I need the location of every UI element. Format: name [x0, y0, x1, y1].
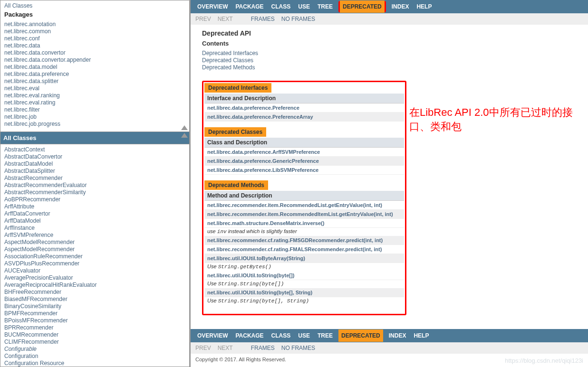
class-link[interactable]: BUCMRecommender [4, 331, 185, 339]
package-link[interactable]: net.librec.eval.ranking [4, 92, 185, 99]
nav-use[interactable]: USE [296, 0, 312, 13]
package-link[interactable]: net.librec.common [4, 28, 185, 35]
dep-row[interactable]: net.librec.util.IOUtil.toString(byte[], … [204, 288, 404, 297]
dep-row[interactable]: net.librec.data.preference.Preference [204, 104, 404, 113]
red-annotation: 在LibRec API 2.0中所有已过时的接口、类和包 [409, 105, 588, 134]
class-link[interactable]: BPoissMFRecommender [4, 317, 185, 324]
dep-row[interactable]: net.librec.util.IOUtil.toByteArray(Strin… [204, 254, 404, 263]
dep-row[interactable]: net.librec.data.preference.LibSVMPrefere… [204, 166, 404, 175]
class-link[interactable]: AbstractRecommender [4, 175, 185, 182]
nav-use[interactable]: USE [296, 329, 312, 342]
package-link[interactable]: net.librec.filter [4, 106, 185, 113]
class-link[interactable]: AspectModelRecommender [4, 239, 185, 246]
nav-overview[interactable]: OVERVIEW [195, 329, 230, 342]
class-link[interactable]: ASVDPlusPlusRecommender [4, 260, 185, 267]
class-link[interactable]: ArffDataConvertor [4, 210, 185, 217]
dep-row[interactable]: net.librec.recommender.cf.rating.FMSGDRe… [204, 236, 404, 245]
class-link[interactable]: AbstractContext [4, 146, 185, 153]
dep-row[interactable]: net.librec.recommender.cf.rating.FMALSRe… [204, 245, 404, 254]
dep-header: Interface and Description [204, 94, 404, 104]
class-link[interactable]: BiasedMFRecommender [4, 296, 185, 303]
dep-row[interactable]: net.librec.math.structure.DenseMatrix.in… [204, 219, 404, 228]
nav-overview[interactable]: OVERVIEW [195, 0, 230, 13]
nav-tree[interactable]: TREE [316, 0, 335, 13]
class-link[interactable]: AoBPRRecommender [4, 196, 185, 203]
class-link[interactable]: BHFreeRecommender [4, 289, 185, 296]
class-link[interactable]: AspectModelRecommender [4, 246, 185, 253]
package-link[interactable]: net.librec.data.model [4, 64, 185, 71]
package-link[interactable]: net.librec.job.progress [4, 121, 185, 128]
packages-heading: Packages [4, 11, 185, 18]
class-link[interactable]: AbstractDataSplitter [4, 168, 185, 175]
nav-index[interactable]: INDEX [390, 0, 411, 13]
deprecated-tables: Deprecated InterfacesInterface and Descr… [202, 81, 406, 315]
class-link[interactable]: BPRRecommender [4, 324, 185, 331]
nav-help[interactable]: HELP [414, 0, 434, 13]
nav-tree[interactable]: TREE [316, 329, 335, 342]
package-link[interactable]: net.librec.conf [4, 35, 185, 42]
dep-row-note: Use String.String(byte[]) [204, 280, 404, 288]
class-link[interactable]: ArffAttribute [4, 203, 185, 210]
class-link[interactable]: BinaryCosineSimilarity [4, 303, 185, 310]
scroll-up-icon [181, 125, 188, 130]
dep-row[interactable]: net.librec.data.preference.ArffSVMPrefer… [204, 148, 404, 157]
nav-class[interactable]: CLASS [270, 0, 293, 13]
class-link[interactable]: AbstractRecommenderSimilarity [4, 189, 185, 196]
class-link[interactable]: CLIMFRecommender [4, 339, 185, 346]
package-link[interactable]: net.librec.annotation [4, 21, 185, 28]
bottom-sub-nav: PREV NEXT FRAMES NO FRAMES [191, 342, 588, 354]
package-link[interactable]: net.librec.job [4, 113, 185, 121]
noframes-link[interactable]: NO FRAMES [281, 16, 315, 22]
watermark: https://blog.csdn.net/qiqi123i [505, 357, 583, 364]
class-link[interactable]: ArffInstance [4, 225, 185, 232]
package-link[interactable]: net.librec.data.convertor.appender [4, 56, 185, 64]
class-link[interactable]: ArffSVMPreference [4, 232, 185, 239]
contents-link[interactable]: Deprecated Interfaces [202, 50, 577, 57]
nav-deprecated[interactable]: DEPRECATED [340, 0, 385, 13]
package-link[interactable]: net.librec.data.convertor [4, 49, 185, 56]
package-link[interactable]: net.librec.eval [4, 85, 185, 92]
dep-row[interactable]: net.librec.recommender.item.RecommendedL… [204, 201, 404, 210]
contents-link[interactable]: Deprecated Methods [202, 64, 577, 71]
noframes-link-bottom[interactable]: NO FRAMES [281, 345, 315, 351]
package-link[interactable]: net.librec.data [4, 42, 185, 49]
dep-row[interactable]: net.librec.data.preference.GenericPrefer… [204, 157, 404, 166]
frames-link-bottom[interactable]: FRAMES [251, 345, 275, 351]
nav-index[interactable]: INDEX [387, 329, 408, 342]
dep-row[interactable]: net.librec.util.IOUtil.toString(byte[]) [204, 271, 404, 280]
class-link[interactable]: AbstractDataModel [4, 160, 185, 168]
dep-row[interactable]: net.librec.recommender.item.RecommendedI… [204, 210, 404, 219]
class-link[interactable]: Configuration Resource [4, 360, 185, 367]
package-link[interactable]: net.librec.data.preference [4, 71, 185, 78]
nav-help[interactable]: HELP [412, 329, 431, 342]
package-link[interactable]: net.librec.eval.rating [4, 99, 185, 106]
classes-frame[interactable]: AbstractContextAbstractDataConvertorAbst… [0, 144, 191, 367]
class-link[interactable]: Configuration [4, 353, 185, 360]
all-classes-link-top[interactable]: All Classes [4, 2, 32, 9]
class-link[interactable]: ArffDataModel [4, 217, 185, 225]
dep-section: Deprecated MethodsMethod and Description… [204, 180, 404, 305]
package-link[interactable]: net.librec.data.splitter [4, 78, 185, 85]
left-frames: All Classes Packages net.librec.annotati… [0, 0, 191, 367]
all-classes-bar-label: All Classes [3, 134, 36, 141]
class-link[interactable]: AUCEvaluator [4, 267, 185, 274]
class-link[interactable]: AbstractRecommenderEvaluator [4, 182, 185, 189]
dep-caption: Deprecated Methods [204, 180, 268, 190]
top-nav: OVERVIEWPACKAGECLASSUSETREEDEPRECATEDIND… [191, 0, 588, 13]
nav-class[interactable]: CLASS [270, 329, 293, 342]
prev-link: PREV [195, 16, 211, 22]
nav-package[interactable]: PACKAGE [233, 329, 265, 342]
contents-link[interactable]: Deprecated Classes [202, 57, 577, 64]
class-link[interactable]: AssociationRuleRecommender [4, 253, 185, 260]
class-link[interactable]: AverageReciprocalHitRankEvaluator [4, 282, 185, 289]
packages-frame[interactable]: All Classes Packages net.librec.annotati… [0, 0, 191, 132]
class-link[interactable]: AbstractDataConvertor [4, 153, 185, 160]
frames-link[interactable]: FRAMES [251, 16, 275, 22]
class-link[interactable]: Configurable [4, 346, 185, 353]
dep-header: Method and Description [204, 191, 404, 201]
class-link[interactable]: AveragePrecisionEvaluator [4, 274, 185, 282]
class-link[interactable]: BPMFRecommender [4, 310, 185, 317]
dep-row[interactable]: net.librec.data.preference.PreferenceArr… [204, 113, 404, 122]
nav-package[interactable]: PACKAGE [233, 0, 265, 13]
nav-deprecated[interactable]: DEPRECATED [338, 329, 383, 342]
